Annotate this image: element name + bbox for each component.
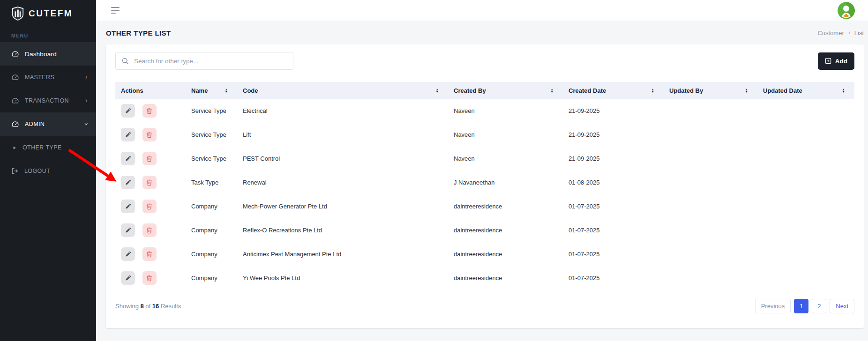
other-type-table: ActionsName▲▼Code▲▼Created By▲▼Created D…	[115, 82, 854, 290]
delete-button[interactable]	[142, 271, 157, 285]
cell-updated-by	[664, 194, 757, 218]
cell-created-by: Naveen	[448, 147, 563, 170]
brand-logo[interactable]: CUTEFM	[0, 0, 96, 27]
pagination-page-2-button[interactable]: 2	[812, 299, 826, 313]
sidebar-item-masters[interactable]: MASTERS›	[0, 66, 96, 89]
delete-button[interactable]	[142, 176, 157, 189]
edit-button[interactable]	[121, 271, 135, 285]
cell-created-date: 01-07-2025	[563, 242, 664, 266]
edit-button[interactable]	[121, 223, 135, 237]
cell-created-date: 01-08-2025	[563, 170, 664, 194]
sidebar-item-label: LOGOUT	[24, 168, 50, 174]
cell-actions	[115, 147, 186, 170]
cell-created-date: 01-07-2025	[563, 266, 664, 290]
cell-code: Yi Wee Pools Pte Ltd	[237, 266, 448, 290]
cell-name: Service Type	[186, 147, 237, 170]
sidebar-item-dashboard[interactable]: Dashboard	[0, 42, 96, 66]
edit-button[interactable]	[121, 247, 135, 261]
cell-updated-by	[664, 147, 757, 170]
sidebar-item-transaction[interactable]: TRANSACTION›	[0, 89, 96, 112]
cell-created-date: 21-09-2025	[563, 123, 664, 147]
edit-button[interactable]	[121, 152, 135, 165]
table-header-row: ActionsName▲▼Code▲▼Created By▲▼Created D…	[115, 82, 854, 99]
sort-icon[interactable]: ▲▼	[651, 88, 654, 93]
edit-button[interactable]	[121, 104, 135, 118]
search-input[interactable]	[133, 57, 287, 65]
cell-created-by: daintreeresidence	[448, 266, 563, 290]
cell-updated-date	[757, 242, 854, 266]
cell-created-date: 01-07-2025	[563, 194, 664, 218]
search-box	[115, 52, 293, 70]
gauge-icon	[11, 74, 19, 82]
column-label: Created Date	[569, 87, 606, 94]
sidebar-item-label: TRANSACTION	[25, 97, 69, 104]
user-avatar[interactable]	[838, 2, 855, 19]
pagination-previous-button[interactable]: Previous	[755, 299, 791, 313]
trash-icon	[146, 275, 152, 282]
delete-button[interactable]	[142, 104, 157, 118]
sort-icon[interactable]: ▲▼	[745, 88, 748, 93]
logout-icon	[11, 167, 19, 175]
column-header-updated-by[interactable]: Updated By▲▼	[664, 82, 757, 99]
cell-updated-date	[757, 99, 854, 123]
column-label: Name	[191, 87, 208, 94]
sidebar-nav: DashboardMASTERS›TRANSACTION›ADMIN›OTHER…	[0, 42, 96, 183]
sidebar-item-label: Dashboard	[25, 51, 57, 58]
sort-icon[interactable]: ▲▼	[436, 88, 439, 93]
column-header-created-date[interactable]: Created Date▲▼	[563, 82, 664, 99]
gauge-icon	[11, 120, 19, 128]
cell-code: Reflex-O Recreations Pte Ltd	[237, 218, 448, 242]
sidebar-item-other-type[interactable]: OTHER TYPE	[0, 136, 96, 159]
delete-button[interactable]	[142, 128, 157, 141]
pagination-next-button[interactable]: Next	[830, 299, 854, 313]
topbar	[96, 0, 868, 21]
cell-updated-by	[664, 218, 757, 242]
trash-icon	[146, 251, 152, 258]
brand-name: CUTEFM	[29, 8, 73, 19]
sidebar: CUTEFM MENU DashboardMASTERS›TRANSACTION…	[0, 0, 96, 341]
pencil-icon	[125, 251, 131, 257]
breadcrumb-customer[interactable]: Customer	[817, 30, 844, 37]
sort-icon[interactable]: ▲▼	[225, 88, 228, 93]
add-button[interactable]: Add	[818, 52, 854, 70]
gauge-icon	[11, 97, 19, 105]
cell-actions	[115, 170, 186, 194]
edit-button[interactable]	[121, 200, 135, 213]
chevron-right-icon: ›	[85, 74, 88, 80]
pencil-icon	[125, 156, 131, 162]
column-header-updated-date[interactable]: Updated Date▲▼	[757, 82, 854, 99]
cell-updated-by	[664, 242, 757, 266]
sidebar-item-logout[interactable]: LOGOUT	[0, 159, 96, 183]
cell-updated-date	[757, 194, 854, 218]
add-button-label: Add	[835, 58, 847, 65]
sidebar-item-admin[interactable]: ADMIN›	[0, 112, 96, 136]
delete-button[interactable]	[142, 200, 157, 213]
cell-updated-by	[664, 123, 757, 147]
hamburger-menu-button[interactable]	[109, 5, 121, 15]
trash-icon	[146, 132, 152, 138]
brand-shield-icon	[11, 6, 24, 21]
app-root: CUTEFM MENU DashboardMASTERS›TRANSACTION…	[0, 0, 868, 341]
delete-button[interactable]	[142, 223, 157, 237]
column-header-name[interactable]: Name▲▼	[186, 82, 237, 99]
cell-code: Renewal	[237, 170, 448, 194]
column-header-created-by[interactable]: Created By▲▼	[448, 82, 563, 99]
table-row: Company Reflex-O Recreations Pte Ltd dai…	[115, 218, 854, 242]
edit-button[interactable]	[121, 128, 135, 141]
cell-created-date: 01-07-2025	[563, 218, 664, 242]
delete-button[interactable]	[142, 247, 157, 261]
pagination-page-1-button[interactable]: 1	[794, 299, 808, 313]
card-footer: Showing 8 of 16 Results Previous 1 2 Nex…	[115, 299, 854, 313]
column-header-code[interactable]: Code▲▼	[237, 82, 448, 99]
delete-button[interactable]	[142, 152, 157, 165]
trash-icon	[146, 156, 152, 162]
results-summary: Showing 8 of 16 Results	[115, 303, 181, 310]
cell-updated-date	[757, 170, 854, 194]
cell-updated-by	[664, 170, 757, 194]
sort-icon[interactable]: ▲▼	[551, 88, 554, 93]
cell-actions	[115, 194, 186, 218]
trash-icon	[146, 227, 152, 234]
edit-button[interactable]	[121, 176, 135, 189]
pencil-icon	[125, 132, 131, 138]
sort-icon[interactable]: ▲▼	[842, 88, 845, 93]
